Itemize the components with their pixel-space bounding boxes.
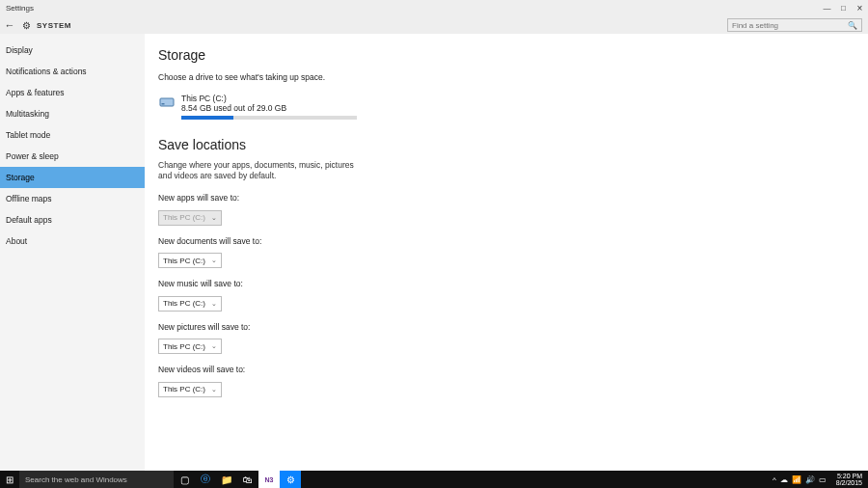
drive-usage: 8.54 GB used out of 29.0 GB [181,103,357,113]
sidebar-item-power-sleep[interactable]: Power & sleep [0,146,145,167]
save-locations-description: Change where your apps, documents, music… [158,160,361,181]
action-center-icon[interactable]: ▭ [819,475,827,484]
volume-icon[interactable]: 🔊 [805,475,815,484]
start-button[interactable]: ⊞ [0,474,19,485]
onedrive-icon[interactable]: ☁ [780,475,788,484]
save-label-pictures: New pictures will save to: [158,322,868,332]
chevron-down-icon: ⌄ [211,342,217,350]
maximize-button[interactable]: □ [835,0,852,16]
save-value-documents: This PC (C:) [163,257,205,265]
save-dropdown-apps: This PC (C:) ⌄ [158,210,222,226]
settings-taskbar-icon[interactable]: ⚙ [280,471,301,488]
drive-usage-bar [181,116,357,120]
system-tray[interactable]: ^ ☁ 📶 🔊 ▭ [773,475,830,484]
minimize-button[interactable]: — [819,0,835,16]
sidebar-item-tablet-mode[interactable]: Tablet mode [0,124,145,146]
settings-search[interactable]: 🔍 [727,18,862,32]
taskbar-clock[interactable]: 5:20 PM 8/2/2015 [830,473,868,486]
chevron-down-icon: ⌄ [211,300,217,308]
save-dropdown-documents[interactable]: This PC (C:) ⌄ [158,253,222,268]
save-label-videos: New videos will save to: [158,365,868,374]
search-icon: 🔍 [848,21,857,30]
onenote-icon[interactable]: N3 [258,471,280,488]
save-label-documents: New documents will save to: [158,236,868,246]
save-value-apps: This PC (C:) [163,213,205,222]
close-button[interactable]: × [852,0,868,16]
sidebar-item-default-apps[interactable]: Default apps [0,209,145,230]
content-pane: Storage Choose a drive to see what's tak… [145,34,868,471]
back-button[interactable]: ← [0,19,19,31]
save-label-apps: New apps will save to: [158,193,868,203]
svg-rect-1 [162,103,165,105]
sidebar-item-storage[interactable]: Storage [0,167,145,188]
window-title: Settings [0,4,34,13]
svg-rect-0 [160,98,174,106]
save-dropdown-pictures[interactable]: This PC (C:) ⌄ [158,339,222,354]
save-value-videos: This PC (C:) [163,385,205,393]
save-locations-heading: Save locations [158,137,868,152]
search-input[interactable] [732,21,848,30]
drive-row[interactable]: This PC (C:) 8.54 GB used out of 29.0 GB [158,94,868,120]
save-row-apps: New apps will save to: This PC (C:) ⌄ [158,193,868,226]
gear-icon: ⚙ [19,20,33,31]
sidebar-item-notifications[interactable]: Notifications & actions [0,61,145,82]
header-bar: ← ⚙ SYSTEM 🔍 [0,16,868,34]
clock-date: 8/2/2015 [836,479,862,486]
save-row-music: New music will save to: This PC (C:) ⌄ [158,279,868,312]
save-row-documents: New documents will save to: This PC (C:)… [158,236,868,269]
taskbar-search-placeholder: Search the web and Windows [25,475,127,484]
tray-up-icon[interactable]: ^ [773,475,776,484]
save-row-videos: New videos will save to: This PC (C:) ⌄ [158,365,868,397]
save-row-pictures: New pictures will save to: This PC (C:) … [158,322,868,355]
drive-icon [158,94,176,111]
taskbar-search[interactable]: Search the web and Windows [19,471,174,488]
taskbar: ⊞ Search the web and Windows ▢ ⓔ 📁 🛍 N3 … [0,471,868,488]
save-dropdown-videos[interactable]: This PC (C:) ⌄ [158,382,222,397]
store-icon[interactable]: 🛍 [237,471,258,488]
sidebar-item-offline-maps[interactable]: Offline maps [0,188,145,209]
storage-heading: Storage [158,47,868,63]
chevron-down-icon: ⌄ [211,386,217,393]
network-icon[interactable]: 📶 [792,475,801,484]
task-view-button[interactable]: ▢ [174,471,195,488]
sidebar: Display Notifications & actions Apps & f… [0,34,145,471]
save-dropdown-music[interactable]: This PC (C:) ⌄ [158,296,222,312]
save-value-pictures: This PC (C:) [163,342,205,351]
sidebar-item-multitasking[interactable]: Multitasking [0,103,145,124]
sidebar-item-about[interactable]: About [0,230,145,252]
save-value-music: This PC (C:) [163,299,205,308]
chevron-down-icon: ⌄ [211,257,217,264]
file-explorer-icon[interactable]: 📁 [216,471,237,488]
titlebar: Settings — □ × [0,0,868,16]
sidebar-item-display[interactable]: Display [0,40,145,61]
section-title: SYSTEM [33,21,71,30]
drive-name: This PC (C:) [181,94,357,103]
clock-time: 5:20 PM [836,473,862,479]
chevron-down-icon: ⌄ [211,214,217,222]
sidebar-item-apps-features[interactable]: Apps & features [0,82,145,103]
save-label-music: New music will save to: [158,279,868,288]
storage-subtitle: Choose a drive to see what's taking up s… [158,72,868,82]
edge-icon[interactable]: ⓔ [195,471,216,488]
